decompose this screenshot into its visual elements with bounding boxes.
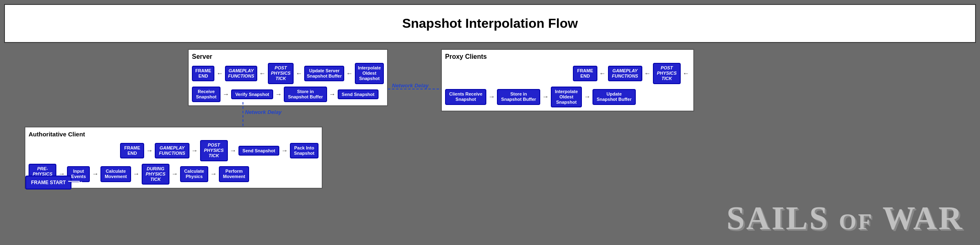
frame-start-arrow: → (78, 178, 83, 185)
p-post-physics-tick-box: POSTPHYSICSTICK (653, 63, 681, 84)
sails-of-war-logo: SAILS OF WAR (726, 200, 964, 237)
arrow: → (488, 93, 495, 100)
p-update-snapshot-box: UpdateSnapshot Buffer (592, 89, 636, 105)
a-post-physics-tick-box: POSTPHYSICSTICK (200, 140, 228, 161)
post-physics-tick-box: POSTPHYSICSTICK (268, 63, 294, 84)
arrow: ← (259, 70, 266, 77)
proxy-section: Proxy Clients FRAMEEND ← GAMEPLAYFUNCTIO… (441, 49, 694, 111)
server-label: Server (192, 53, 384, 60)
arrow: → (92, 170, 98, 178)
clients-receive-box: Clients ReceiveSnapshot (445, 89, 486, 105)
store-snapshot-buffer-box: Store inSnapshot Buffer (284, 87, 327, 102)
a-pack-into-box: Pack IntoSnapshot (290, 143, 318, 158)
auth-top-row: FRAMEEND → GAMEPLAYFUNCTIONS → POSTPHYSI… (29, 140, 318, 161)
send-snapshot-box: Send Snapshot (338, 89, 379, 99)
frame-start-box: FRAME START (25, 176, 71, 189)
arrow: → (146, 147, 153, 154)
arrow: → (192, 147, 198, 154)
p-frame-end-box: FRAMEEND (573, 66, 597, 81)
a-gameplay-functions-box: GAMEPLAYFUNCTIONS (155, 143, 189, 158)
server-section: Server FRAMEEND ← GAMEPLAYFUNCTIONS ← PO… (188, 49, 388, 106)
p-gameplay-functions-box: GAMEPLAYFUNCTIONS (608, 66, 642, 81)
arrow: → (230, 147, 236, 154)
auth-label: Authoritative Client (29, 131, 318, 138)
arrow: ← (346, 70, 353, 77)
arrow: → (542, 93, 549, 100)
a-perform-movement-box: PerformMovement (219, 166, 249, 182)
update-server-snapshot-box: Update ServerSnapshot Buffer (304, 66, 344, 81)
interpolate-oldest-box: InterpolateOldestSnapshot (355, 63, 384, 84)
page-title: Snapshot Interpolation Flow (402, 16, 578, 31)
a-send-snapshot-box: Send Snapshot (238, 146, 279, 156)
network-delay-label-v: Network Delay (245, 108, 282, 116)
arrow: → (281, 147, 288, 154)
proxy-label: Proxy Clients (445, 53, 690, 60)
proxy-bottom-row: Clients ReceiveSnapshot → Store inSnapsh… (445, 87, 690, 108)
arrow: → (172, 170, 178, 178)
server-top-row: FRAMEEND ← GAMEPLAYFUNCTIONS ← POSTPHYSI… (192, 63, 384, 84)
p-interpolate-oldest-box: InterpolateOldestSnapshot (551, 87, 582, 108)
arrow: → (275, 91, 282, 98)
arrow: ← (599, 70, 606, 77)
p-store-snapshot-box: Store inSnapshot Buffer (497, 89, 540, 105)
arrow: ← (296, 70, 302, 77)
frame-end-box: FRAMEEND (192, 66, 214, 81)
gameplay-functions-box: GAMEPLAYFUNCTIONS (225, 66, 257, 81)
a-calc-movement-box: CalculateMovement (100, 166, 131, 182)
proxy-top-row: FRAMEEND ← GAMEPLAYFUNCTIONS ← POSTPHYSI… (445, 63, 690, 84)
arrow: → (584, 93, 590, 100)
arrow: ← (644, 70, 651, 77)
frame-start-container: FRAME START (25, 176, 71, 189)
arrow: → (210, 170, 217, 178)
arrow: ← (683, 70, 689, 77)
title-box: Snapshot Interpolation Flow (4, 4, 976, 43)
arrow: → (223, 91, 229, 98)
a-during-physics-tick-box: DURINGPHYSICSTICK (142, 164, 169, 185)
network-delay-label-h: Network Delay (392, 82, 429, 89)
receive-snapshot-box: ReceiveSnapshot (192, 87, 220, 102)
verify-snapshot-box: Verify Snapshot (231, 89, 273, 99)
arrow: ← (216, 70, 223, 77)
a-frame-end-box: FRAMEEND (120, 143, 144, 158)
arrow: → (329, 91, 336, 98)
a-calc-physics-box: CalculatePhysics (180, 166, 208, 182)
arrow: → (133, 170, 140, 178)
server-bottom-row: ReceiveSnapshot → Verify Snapshot → Stor… (192, 87, 384, 102)
